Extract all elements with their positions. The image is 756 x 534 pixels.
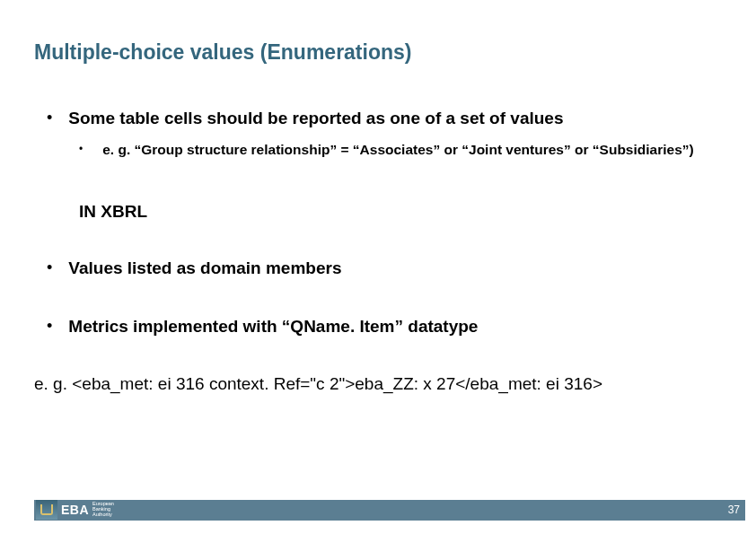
bullet-dot-icon: •	[47, 108, 52, 128]
logo-text: EBA European Banking Authority	[61, 502, 114, 517]
example-code: e. g. <eba_met: ei 316 context. Ref="c 2…	[34, 373, 722, 396]
slide: Multiple-choice values (Enumerations) • …	[0, 0, 756, 534]
section-label: IN XBRL	[79, 202, 722, 222]
bullet-dot-icon: •	[47, 316, 52, 337]
bullet-item: • Values listed as domain members	[47, 258, 722, 280]
bullet-dot-icon: •	[79, 141, 83, 157]
bullet-item-text: Values listed as domain members	[68, 258, 341, 280]
logo-mark-icon	[36, 500, 57, 520]
logo-subtitle: European Banking Authority	[92, 502, 114, 517]
footer-bar	[34, 500, 745, 521]
bullet-sub-text: e. g. “Group structure relationship” = “…	[102, 141, 693, 159]
page-number: 37	[728, 497, 740, 522]
footer: EBA European Banking Authority 37	[0, 497, 756, 522]
bullet-item-text: Metrics implemented with “QName. Item” d…	[68, 316, 478, 338]
logo-main-text: EBA	[61, 503, 89, 517]
slide-content: • Some table cells should be reported as…	[34, 108, 722, 396]
slide-title: Multiple-choice values (Enumerations)	[34, 40, 722, 65]
bullet-item: • Metrics implemented with “QName. Item”…	[47, 316, 722, 338]
bullet-main: • Some table cells should be reported as…	[47, 108, 722, 130]
bullet-dot-icon: •	[47, 258, 52, 278]
bullet-main-text: Some table cells should be reported as o…	[68, 108, 563, 130]
eba-logo: EBA European Banking Authority	[36, 499, 114, 521]
bullet-sub: • e. g. “Group structure relationship” =…	[79, 141, 722, 159]
